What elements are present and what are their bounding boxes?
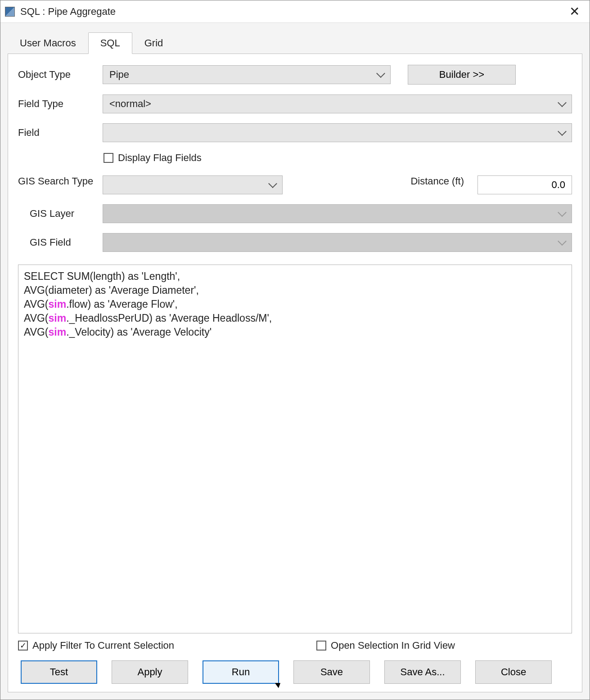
gis-layer-label: GIS Layer bbox=[18, 208, 95, 220]
distance-label: Distance (ft) bbox=[410, 175, 464, 187]
field-type-value: <normal> bbox=[109, 98, 151, 110]
window-title: SQL : Pipe Aggregate bbox=[20, 6, 563, 18]
object-type-dropdown[interactable]: Pipe bbox=[103, 65, 391, 84]
apply-button[interactable]: Apply bbox=[112, 660, 188, 684]
test-button[interactable]: Test bbox=[21, 660, 97, 684]
gis-field-dropdown bbox=[103, 233, 572, 252]
open-grid-checkbox[interactable] bbox=[316, 641, 326, 651]
field-label: Field bbox=[18, 127, 95, 139]
close-button[interactable]: Close bbox=[475, 660, 552, 684]
gis-field-label: GIS Field bbox=[18, 237, 95, 248]
footer-options: ✓ Apply Filter To Current Selection Open… bbox=[18, 640, 572, 651]
app-icon bbox=[5, 7, 15, 17]
tabstrip: User Macros SQL Grid bbox=[8, 31, 582, 54]
sql-dialog-window: SQL : Pipe Aggregate ✕ User Macros SQL G… bbox=[0, 0, 590, 700]
tabpage-sql: Object Type Pipe Builder >> Field Type <… bbox=[8, 54, 582, 692]
distance-input[interactable] bbox=[477, 175, 572, 194]
open-grid-label: Open Selection In Grid View bbox=[331, 640, 455, 651]
object-type-label: Object Type bbox=[18, 69, 95, 81]
close-icon[interactable]: ✕ bbox=[563, 3, 585, 21]
save-button[interactable]: Save bbox=[293, 660, 370, 684]
button-row: Test Apply Run Save Save As... Close bbox=[18, 660, 572, 684]
run-button[interactable]: Run bbox=[203, 660, 279, 684]
display-flag-fields-label: Display Flag Fields bbox=[118, 152, 202, 164]
gis-search-type-label: GIS Search Type bbox=[18, 175, 95, 187]
display-flag-fields-checkbox[interactable] bbox=[104, 153, 113, 163]
tab-user-macros[interactable]: User Macros bbox=[8, 32, 88, 54]
titlebar: SQL : Pipe Aggregate ✕ bbox=[0, 0, 590, 23]
gis-search-type-dropdown[interactable] bbox=[103, 175, 283, 194]
apply-filter-label: Apply Filter To Current Selection bbox=[32, 640, 174, 651]
field-type-dropdown[interactable]: <normal> bbox=[103, 94, 572, 113]
gis-layer-dropdown bbox=[103, 204, 572, 223]
builder-button[interactable]: Builder >> bbox=[408, 65, 516, 85]
apply-filter-checkbox[interactable]: ✓ bbox=[18, 641, 28, 651]
save-as-button[interactable]: Save As... bbox=[384, 660, 461, 684]
object-type-value: Pipe bbox=[109, 69, 129, 81]
tab-sql[interactable]: SQL bbox=[88, 32, 132, 54]
client-area: User Macros SQL Grid Object Type Pipe Bu… bbox=[0, 23, 590, 700]
tab-grid[interactable]: Grid bbox=[132, 32, 176, 54]
field-type-label: Field Type bbox=[18, 98, 95, 110]
sql-editor[interactable]: SELECT SUM(length) as 'Length', AVG(diam… bbox=[18, 265, 572, 633]
field-dropdown[interactable] bbox=[103, 123, 572, 142]
